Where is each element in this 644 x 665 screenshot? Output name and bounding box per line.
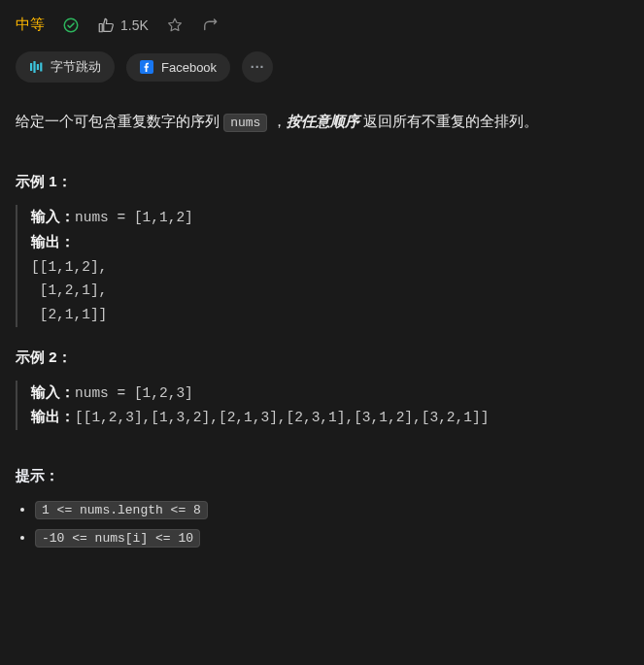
difficulty-badge: 中等 (16, 16, 45, 34)
tag-facebook[interactable]: Facebook (126, 53, 230, 82)
var-nums: nums (223, 114, 267, 132)
tag-label: Facebook (161, 60, 217, 75)
svg-rect-1 (30, 63, 32, 71)
example-2-title: 示例 2： (16, 349, 628, 367)
tag-bytedance[interactable]: 字节跳动 (16, 51, 115, 83)
constraints-list: 1 <= nums.length <= 8 -10 <= nums[i] <= … (16, 501, 628, 546)
svg-rect-3 (37, 64, 39, 70)
svg-point-0 (64, 18, 78, 32)
svg-rect-2 (33, 61, 35, 73)
svg-rect-4 (40, 63, 42, 72)
constraint-item: 1 <= nums.length <= 8 (35, 501, 628, 517)
constraint-item: -10 <= nums[i] <= 10 (35, 529, 628, 546)
example-2-body: 输入：nums = [1,2,3] 输出：[[1,2,3],[1,3,2],[2… (31, 381, 628, 430)
company-tags: 字节跳动 Facebook ··· (16, 51, 628, 83)
problem-header: 中等 1.5K (16, 16, 628, 34)
example-1-body: 输入：nums = [1,1,2] 输出： [[1,1,2], [1,2,1],… (31, 205, 628, 326)
bytedance-icon (29, 60, 43, 74)
example-2: 输入：nums = [1,2,3] 输出：[[1,2,3],[1,3,2],[2… (16, 381, 628, 430)
share-button[interactable] (201, 17, 219, 34)
constraints-title: 提示： (16, 467, 628, 485)
thumbs-up-icon (97, 17, 115, 34)
favorite-button[interactable] (166, 17, 184, 34)
like-button[interactable]: 1.5K (97, 17, 149, 34)
ellipsis-icon: ··· (251, 59, 265, 75)
like-count: 1.5K (120, 17, 149, 33)
facebook-icon (140, 60, 153, 74)
more-tags-button[interactable]: ··· (242, 51, 273, 83)
problem-description: 给定一个可包含重复数字的序列 nums ，按任意顺序 返回所有不重复的全排列。 (16, 108, 628, 134)
tag-label: 字节跳动 (51, 58, 101, 76)
example-1-title: 示例 1： (16, 173, 628, 191)
solved-icon (62, 17, 80, 34)
example-1: 输入：nums = [1,1,2] 输出： [[1,1,2], [1,2,1],… (16, 205, 628, 326)
